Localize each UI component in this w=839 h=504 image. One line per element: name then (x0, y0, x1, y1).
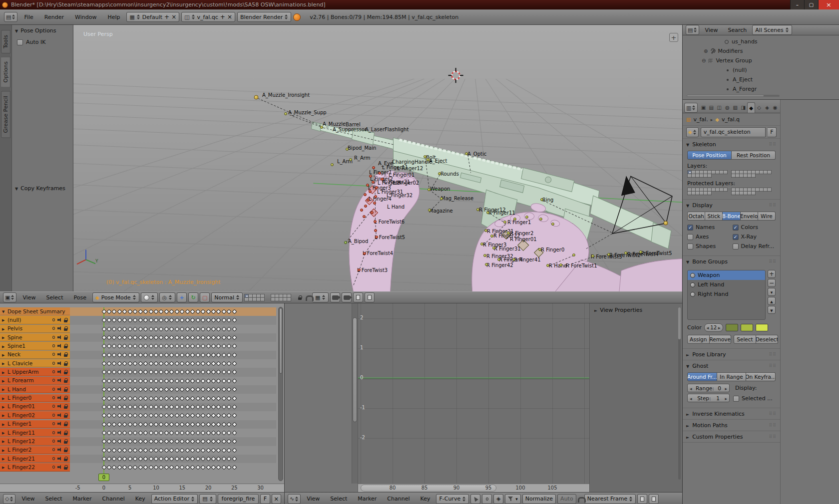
mode-dropdown[interactable]: Pose Mode (92, 292, 139, 302)
bone-group-left-hand[interactable]: Left Hand (688, 280, 765, 289)
tab-grease-pencil[interactable]: Grease Pencil (1, 91, 10, 138)
bone-group-right-hand[interactable]: Right Hand (688, 289, 765, 299)
pin-icon[interactable] (51, 387, 56, 392)
panel-grip-icon[interactable] (769, 423, 777, 428)
expand-arrow-icon[interactable] (2, 421, 6, 427)
dopesheet-channel-row[interactable]: L Finger2 (0, 446, 276, 455)
editor-type-button-3dview[interactable]: ▣ (3, 292, 16, 302)
layer-toggle-cell[interactable] (767, 188, 772, 192)
menu-view[interactable]: View (18, 294, 40, 301)
lock-icon[interactable] (63, 317, 68, 322)
lock-icon[interactable] (63, 413, 68, 418)
tab-bone-constraints[interactable]: ◈ (763, 102, 771, 113)
channel-name-box[interactable]: Spine1 (0, 342, 70, 350)
mute-speaker-icon[interactable] (57, 352, 62, 357)
layer-toggle-cell[interactable] (751, 174, 756, 178)
dopesheet-channel-row[interactable]: L Finger1 (0, 420, 276, 429)
collapse-minus-icon[interactable] (702, 57, 706, 64)
close-scene-icon[interactable] (227, 13, 232, 20)
lock-icon[interactable] (63, 465, 68, 470)
spinner-right-icon[interactable] (718, 325, 721, 330)
lock-icon[interactable] (63, 326, 68, 331)
lock-icon[interactable] (63, 369, 68, 374)
channel-name-box[interactable]: Neck (0, 351, 70, 359)
lock-icon[interactable] (63, 421, 68, 426)
graph-vscrollbar[interactable] (352, 303, 358, 484)
breadcrumb-object[interactable]: v_fal. (693, 116, 708, 123)
channel-name-box[interactable]: L Hand (0, 385, 70, 393)
bone-groups-list[interactable]: Weapon Left Hand Right Hand (687, 270, 766, 320)
expand-arrow-icon[interactable] (2, 438, 6, 444)
remove-button[interactable]: Remove (710, 335, 732, 344)
only-selected-curves-toggle[interactable] (470, 494, 480, 504)
frame-ruler[interactable]: -5051015202530 (0, 484, 284, 492)
editor-type-button-info[interactable]: ▤ (4, 12, 17, 22)
layer-toggle-cell[interactable] (260, 297, 265, 301)
dopesheet-channel-row[interactable]: L UpperArm (0, 368, 276, 376)
manipulator-translate-toggle[interactable] (177, 292, 187, 302)
panel-grip-icon[interactable] (769, 352, 777, 357)
expand-arrow-icon[interactable] (2, 455, 6, 462)
pin-icon[interactable] (51, 465, 56, 470)
current-frame-badge[interactable]: 0 (98, 474, 109, 481)
channel-name-box[interactable]: L Finger0 (0, 394, 70, 402)
layer-toggle-cell[interactable] (287, 297, 291, 301)
lock-icon[interactable] (63, 430, 68, 435)
panel-grip-icon[interactable] (769, 142, 777, 147)
expand-arrow-icon[interactable] (2, 334, 6, 340)
protected-layers-grid[interactable] (687, 188, 776, 195)
screen-layout-selector[interactable]: ▦ Default (126, 12, 179, 22)
tab-bone[interactable]: ◇ (755, 102, 763, 113)
expand-arrow-icon[interactable] (2, 351, 6, 358)
option-names[interactable]: Names (687, 223, 731, 232)
pin-icon[interactable] (51, 361, 56, 366)
channel-name-box[interactable]: L Finger11 (0, 429, 70, 437)
outliner-item-modifiers[interactable]: Modifiers (683, 46, 839, 56)
dopesheet-channel-row[interactable]: L Finger0 (0, 394, 276, 403)
action-browse-dropdown[interactable]: ▤ (199, 494, 216, 504)
group-color-selected[interactable] (741, 324, 753, 331)
outliner-item-null[interactable]: (null) (683, 65, 839, 75)
mute-speaker-icon[interactable] (57, 430, 62, 435)
dope-sheet-vscrollbar[interactable] (278, 307, 283, 481)
pose-library-panel-header[interactable]: Pose Library (683, 349, 780, 360)
menu-key[interactable]: Key (131, 496, 150, 502)
xray-checkbox[interactable] (733, 234, 739, 240)
auto-normalize-button[interactable]: Auto (557, 494, 576, 504)
unlink-action-button[interactable] (272, 494, 281, 504)
scrollbar-handle[interactable] (687, 95, 764, 96)
skeleton-panel-header[interactable]: Skeleton (683, 139, 780, 150)
copy-pose-button[interactable] (353, 292, 363, 302)
scrollbar-handle[interactable] (279, 308, 282, 374)
menu-view[interactable]: View (302, 496, 324, 502)
dopesheet-channel-row[interactable]: L Clavicle (0, 359, 276, 368)
ghost-step-spinner[interactable]: Step:1 (687, 394, 730, 402)
scrollbar-handle[interactable] (353, 317, 357, 422)
expand-arrow-icon[interactable] (2, 464, 6, 470)
snap-element-dropdown[interactable]: ▦ (312, 292, 329, 302)
expand-arrow-icon[interactable] (2, 403, 6, 410)
show-handles-toggle[interactable]: ◈ (493, 494, 503, 504)
add-screen-icon[interactable] (164, 13, 169, 20)
fake-user-button[interactable]: F (768, 127, 777, 137)
outliner-item-us-hands[interactable]: us_hands (683, 37, 839, 46)
channel-name-box[interactable]: L Finger01 (0, 403, 70, 411)
mute-speaker-icon[interactable] (57, 395, 62, 400)
lock-icon[interactable] (298, 295, 302, 300)
menu-channel[interactable]: Channel (383, 496, 414, 502)
mute-speaker-icon[interactable] (57, 421, 62, 426)
viewport-layers-grid[interactable] (244, 294, 294, 301)
tab-tools[interactable]: Tools (1, 30, 10, 53)
outliner-display-mode-dropdown[interactable]: All Scenes (752, 25, 792, 35)
menu-view[interactable]: View (700, 27, 722, 33)
selected-only-checkbox[interactable] (733, 396, 739, 402)
3d-cursor[interactable] (448, 68, 463, 83)
dopesheet-channel-row[interactable]: Spine1 (0, 342, 276, 350)
paste-keyframes-button[interactable] (649, 494, 659, 504)
channel-name-box[interactable]: L Finger22 (0, 463, 70, 471)
graph-frame-ruler[interactable]: 80859095100105 (358, 484, 589, 492)
pin-icon[interactable] (51, 378, 56, 383)
panel-grip-icon[interactable] (769, 259, 777, 264)
dope-sheet-body[interactable]: Dope Sheet Summary(null)PelvisSpineSpine… (0, 303, 284, 492)
bone-group-weapon[interactable]: Weapon (688, 270, 765, 280)
